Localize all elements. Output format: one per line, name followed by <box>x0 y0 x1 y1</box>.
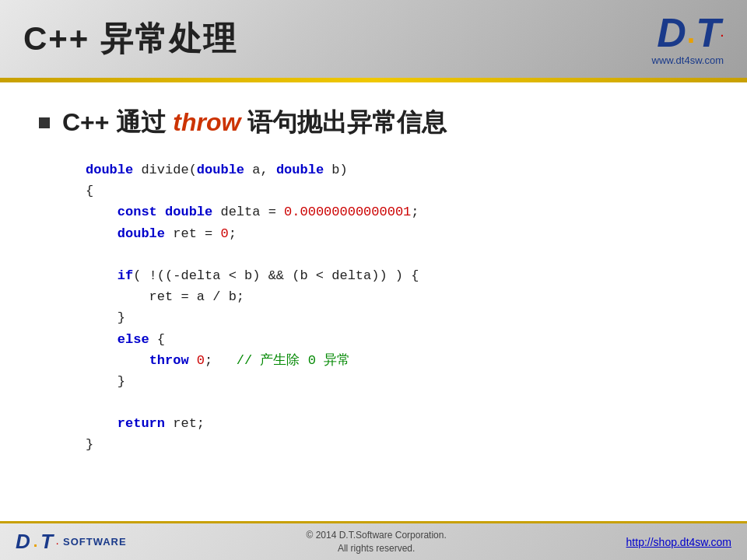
footer-logo-dot2: . <box>56 537 58 546</box>
code-line-14: } <box>86 434 708 455</box>
code-line-2: { <box>86 180 708 201</box>
code-line-13: return ret; <box>86 413 708 434</box>
slide: C++ 异常处理 D . T . www.dt4sw.com C++ 通过 th… <box>0 0 747 560</box>
bullet-text: C++ 通过 throw 语句抛出异常信息 <box>62 106 447 140</box>
code-line-1: double divide(double a, double b) <box>86 159 708 180</box>
code-line-11: } <box>86 371 708 392</box>
code-line-4: double ret = 0; <box>86 223 708 244</box>
code-block: double divide(double a, double b) { cons… <box>86 159 708 456</box>
header: C++ 异常处理 D . T . www.dt4sw.com <box>0 0 747 78</box>
footer: D . T . SOFTWARE © 2014 D.T.Software Cor… <box>0 521 747 560</box>
code-line-10: throw 0; // 产生除 0 异常 <box>86 350 708 371</box>
main-content: C++ 通过 throw 语句抛出异常信息 double divide(doub… <box>0 82 747 521</box>
code-line-7: ret = a / b; <box>86 286 708 307</box>
footer-logo-t: T <box>40 530 53 554</box>
code-line-8: } <box>86 307 708 328</box>
logo-area: D . T . www.dt4sw.com <box>652 12 724 66</box>
bullet-square-icon <box>39 117 50 128</box>
footer-logo-dot1: . <box>33 533 38 551</box>
throw-highlight: throw <box>173 108 240 136</box>
bullet-text-after: 语句抛出异常信息 <box>240 108 447 136</box>
code-line-12 <box>86 392 708 413</box>
code-line-9: else { <box>86 329 708 350</box>
footer-copyright: © 2014 D.T.Software Corporation. All rig… <box>307 529 447 555</box>
footer-link[interactable]: http://shop.dt4sw.com <box>626 536 731 548</box>
bullet-line: C++ 通过 throw 语句抛出异常信息 <box>39 106 708 140</box>
code-line-6: if( !((-delta < b) && (b < delta)) ) { <box>86 265 708 286</box>
footer-logo-d: D <box>16 530 30 554</box>
logo-url: www.dt4sw.com <box>652 54 724 66</box>
logo-dot2: . <box>721 27 724 38</box>
footer-logo-text: SOFTWARE <box>63 536 127 548</box>
slide-title: C++ 异常处理 <box>23 17 237 61</box>
logo-dot1: . <box>687 18 696 47</box>
footer-logo: D . T . SOFTWARE <box>16 530 127 554</box>
logo-d-letter: D <box>657 12 686 53</box>
logo-t-letter: T <box>696 12 721 53</box>
copyright-line1: © 2014 D.T.Software Corporation. <box>307 529 447 542</box>
bullet-text-before: C++ 通过 <box>62 108 173 136</box>
copyright-line2: All rights reserved. <box>307 542 447 555</box>
code-line-5 <box>86 244 708 265</box>
dt-logo: D . T . <box>657 12 724 53</box>
code-line-3: const double delta = 0.00000000000001; <box>86 201 708 222</box>
